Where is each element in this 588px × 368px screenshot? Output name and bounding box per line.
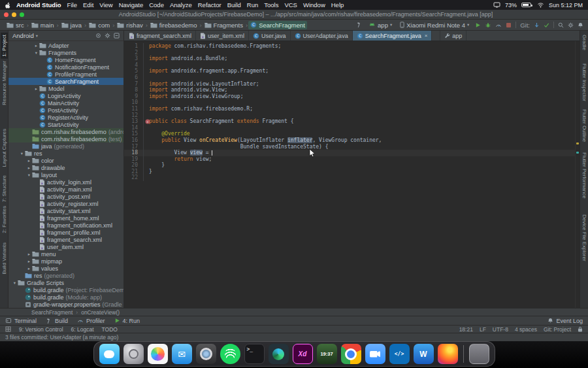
editor-breadcrumb-oncreateview[interactable]: onCreateView() bbox=[81, 309, 120, 316]
code-line-9[interactable]: 9import android.view.ViewGroup; bbox=[124, 93, 580, 100]
tree-item-user-item-xml-28[interactable]: xuser_item.xml bbox=[8, 243, 123, 250]
menu-file[interactable]: File bbox=[67, 1, 77, 8]
breadcrumb-com[interactable]: com bbox=[87, 21, 112, 29]
settings-icon[interactable] bbox=[568, 22, 574, 28]
tree-item-notificationfragment-3[interactable]: CNotificationFragment bbox=[8, 63, 123, 71]
tree-item-postactivity-9[interactable]: CPostActivity bbox=[8, 107, 123, 114]
status-git-project[interactable]: Git: Project bbox=[544, 326, 571, 333]
toolwindow-button-2-favorites[interactable]: 2: Favorites bbox=[1, 204, 8, 235]
panel-settings-icon[interactable] bbox=[105, 33, 110, 39]
tree-item-build-gradle-34[interactable]: build.gradle(Project: FirebaseDemo) bbox=[8, 286, 123, 293]
display-mirroring-icon[interactable] bbox=[493, 2, 500, 8]
menu-view[interactable]: View bbox=[99, 1, 112, 8]
toolwindow-button-resource-manager[interactable]: Resource Manager bbox=[1, 59, 8, 107]
breadcrumb-main[interactable]: main bbox=[29, 21, 56, 29]
toolwindow-button-build-variants[interactable]: Build Variants bbox=[1, 241, 8, 276]
code-line-22[interactable]: 22 bbox=[124, 175, 580, 181]
tree-item-com-rishav-firebasedemo-12[interactable]: com.rishav.firebasedemo(androidTest) bbox=[8, 128, 123, 135]
code-line-6[interactable]: 6 bbox=[124, 75, 580, 81]
dock-photos-icon[interactable] bbox=[148, 344, 168, 364]
code-line-3[interactable]: 3import android.os.Bundle; bbox=[124, 56, 580, 62]
run-configuration-select[interactable]: app ▾ bbox=[367, 22, 394, 29]
tab-app[interactable]: app bbox=[440, 31, 466, 41]
breadcrumb-searchfragment[interactable]: CSearchFragment bbox=[248, 21, 307, 29]
collapse-all-icon[interactable] bbox=[114, 33, 120, 39]
code-line-16[interactable]: 16 public View onCreateView(LayoutInflat… bbox=[124, 137, 580, 144]
code-line-4[interactable]: 4 bbox=[124, 62, 580, 69]
build-project-button[interactable] bbox=[356, 22, 363, 28]
dock-terminal-icon[interactable]: >_ bbox=[244, 344, 265, 364]
tree-item-menu-29[interactable]: ▸menu bbox=[8, 250, 123, 258]
tree-item-registeractivity-10[interactable]: CRegisterActivity bbox=[8, 114, 123, 121]
menubar-app-name[interactable]: Android Studio bbox=[16, 1, 61, 8]
tree-item-res-15[interactable]: ▾res bbox=[8, 150, 123, 157]
tree-item-java-14[interactable]: java(generated) bbox=[8, 142, 123, 150]
run-button[interactable] bbox=[475, 22, 481, 28]
code-line-20[interactable]: 20 } bbox=[124, 162, 580, 169]
device-select[interactable]: Xiaomi Redmi Note 4 ▾ bbox=[398, 22, 471, 29]
breadcrumb-firebasedemo[interactable]: firebasedemo bbox=[148, 21, 199, 29]
git-commit-button[interactable] bbox=[544, 22, 549, 28]
tree-item-fragment-profile-xml-26[interactable]: xfragment_profile.xml bbox=[8, 229, 123, 236]
search-everywhere-button[interactable] bbox=[558, 22, 564, 28]
code-line-10[interactable]: 10 bbox=[124, 99, 580, 106]
tree-item-fragment-home-xml-24[interactable]: xfragment_home.xml bbox=[8, 214, 123, 222]
code-line-18[interactable]: 18 View view = bbox=[124, 150, 580, 156]
tree-expand-arrow-icon[interactable]: ▸ bbox=[26, 259, 32, 264]
tree-expand-arrow-icon[interactable]: ▾ bbox=[12, 280, 18, 286]
toolwindow-button-4-run[interactable]: 4: Run bbox=[114, 318, 140, 324]
menu-edit[interactable]: Edit bbox=[83, 1, 93, 8]
toolwindow-button-gradle[interactable]: Gradle bbox=[581, 33, 588, 52]
tree-expand-arrow-icon[interactable]: ▸ bbox=[26, 158, 32, 163]
tab-user-item-xml[interactable]: xuser_item.xml bbox=[196, 31, 249, 41]
tree-item-homefragment-2[interactable]: CHomeFragment bbox=[8, 56, 123, 63]
tree-item-build-gradle-35[interactable]: build.gradle(Module: app) bbox=[8, 293, 123, 301]
apple-menu-icon[interactable] bbox=[5, 2, 10, 8]
debug-button[interactable] bbox=[485, 22, 491, 28]
warning-marker[interactable] bbox=[576, 142, 579, 144]
tree-item-activity-post-xml-21[interactable]: xactivity_post.xml bbox=[8, 193, 123, 200]
code-editor[interactable]: 1package com.rishav.firebasedemo.Fragmen… bbox=[124, 41, 580, 308]
dock-firefox-icon[interactable] bbox=[438, 344, 458, 364]
git-update-button[interactable] bbox=[534, 22, 540, 28]
code-line-14[interactable]: 14 bbox=[124, 125, 580, 131]
tree-item-adapter-0[interactable]: ▸Adapter bbox=[8, 42, 123, 49]
menu-run[interactable]: Run bbox=[247, 1, 258, 8]
tree-expand-arrow-icon[interactable]: ▾ bbox=[19, 151, 25, 156]
tree-item-fragment-search-xml-27[interactable]: xfragment_search.xml bbox=[8, 236, 123, 243]
toolwindow-button-9-version-control[interactable]: 9: Version Control bbox=[19, 326, 63, 333]
toolwindow-button-layout-captures[interactable]: Layout Captures bbox=[1, 127, 8, 169]
status-18-21[interactable]: 18:21 bbox=[459, 326, 473, 333]
code-line-15[interactable]: 15 @Override bbox=[124, 131, 580, 137]
tree-item-mipmap-30[interactable]: ▸mipmap bbox=[8, 258, 123, 265]
dock-vscode-icon[interactable]: </> bbox=[389, 344, 410, 364]
status-4-spaces[interactable]: 4 spaces bbox=[515, 326, 537, 333]
notifications-icon[interactable] bbox=[578, 22, 583, 28]
event-log-button[interactable]: Event Log bbox=[547, 318, 583, 324]
tree-expand-arrow-icon[interactable]: ▸ bbox=[33, 43, 39, 48]
code-line-5[interactable]: 5import androidx.fragment.app.Fragment; bbox=[124, 68, 580, 75]
tree-expand-arrow-icon[interactable]: ▸ bbox=[26, 266, 32, 271]
menu-refactor[interactable]: Refactor bbox=[198, 1, 221, 8]
tree-expand-arrow-icon[interactable]: ▾ bbox=[33, 50, 39, 56]
stop-button[interactable] bbox=[506, 22, 512, 28]
dock-mail-icon[interactable]: ✉ bbox=[172, 344, 192, 364]
tree-item-fragments-1[interactable]: ▾Fragments bbox=[8, 49, 123, 56]
menubar-clock[interactable]: Sun 5:12 PM bbox=[549, 2, 583, 8]
menu-build[interactable]: Build bbox=[227, 1, 241, 8]
menu-window[interactable]: Window bbox=[303, 1, 325, 8]
tree-item-loginactivity-7[interactable]: CLoginActivity bbox=[8, 92, 123, 99]
code-line-11[interactable]: 11import com.rishav.firebasedemo.R; bbox=[124, 106, 580, 112]
toolwindow-button-terminal[interactable]: Terminal bbox=[5, 318, 37, 324]
tree-item-searchfragment-5[interactable]: CSearchFragment bbox=[8, 78, 123, 85]
error-stripe[interactable] bbox=[575, 41, 580, 308]
tab-searchfragment-java[interactable]: CSearchFragment.java× bbox=[353, 31, 433, 41]
toolwindow-button-7-structure[interactable]: 7: Structure bbox=[1, 173, 8, 204]
tree-item-layout-18[interactable]: ▾layout bbox=[8, 171, 123, 178]
dock-spotify-icon[interactable] bbox=[220, 344, 240, 364]
breadcrumb-src[interactable]: src bbox=[5, 21, 26, 29]
locate-file-icon[interactable] bbox=[95, 33, 101, 39]
toolwindow-switcher-icon[interactable] bbox=[5, 326, 11, 332]
tree-item-values-31[interactable]: ▸values bbox=[8, 265, 123, 272]
zoom-window-button[interactable] bbox=[20, 12, 24, 17]
